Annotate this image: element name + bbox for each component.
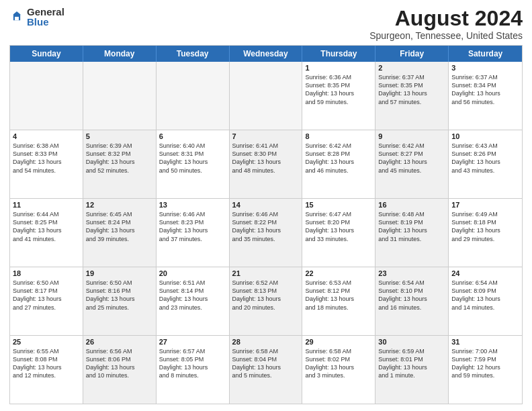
cell-info: Sunrise: 6:52 AM Sunset: 8:13 PM Dayligh… xyxy=(232,279,300,312)
cell-info: Sunrise: 6:43 AM Sunset: 8:26 PM Dayligh… xyxy=(451,142,519,175)
calendar-row: 4Sunrise: 6:38 AM Sunset: 8:33 PM Daylig… xyxy=(10,130,522,198)
calendar-cell: 29Sunrise: 6:58 AM Sunset: 8:02 PM Dayli… xyxy=(302,336,375,404)
day-number: 12 xyxy=(86,201,153,209)
location: Spurgeon, Tennessee, United States xyxy=(369,30,523,41)
calendar-cell: 11Sunrise: 6:44 AM Sunset: 8:25 PM Dayli… xyxy=(10,199,83,267)
day-number: 4 xyxy=(13,132,80,140)
calendar-cell: 19Sunrise: 6:50 AM Sunset: 8:16 PM Dayli… xyxy=(83,267,157,335)
calendar: SundayMondayTuesdayWednesdayThursdayFrid… xyxy=(9,45,523,404)
logo-blue: Blue xyxy=(27,17,64,27)
logo-icon xyxy=(9,9,24,24)
cell-info: Sunrise: 6:38 AM Sunset: 8:33 PM Dayligh… xyxy=(13,142,80,175)
day-number: 19 xyxy=(86,269,153,277)
calendar-cell: 4Sunrise: 6:38 AM Sunset: 8:33 PM Daylig… xyxy=(10,130,83,198)
cell-info: Sunrise: 6:57 AM Sunset: 8:05 PM Dayligh… xyxy=(159,347,226,380)
cell-info: Sunrise: 6:51 AM Sunset: 8:14 PM Dayligh… xyxy=(159,279,226,312)
logo: General Blue xyxy=(9,7,64,27)
day-number: 7 xyxy=(232,132,300,140)
calendar-header-cell: Friday xyxy=(375,46,449,62)
calendar-cell: 5Sunrise: 6:39 AM Sunset: 8:32 PM Daylig… xyxy=(83,130,157,198)
cell-info: Sunrise: 6:45 AM Sunset: 8:24 PM Dayligh… xyxy=(86,210,153,243)
day-number: 29 xyxy=(305,338,372,346)
day-number: 11 xyxy=(13,201,80,209)
calendar-cell: 1Sunrise: 6:36 AM Sunset: 8:35 PM Daylig… xyxy=(302,62,375,130)
day-number: 22 xyxy=(305,269,372,277)
calendar-body: 1Sunrise: 6:36 AM Sunset: 8:35 PM Daylig… xyxy=(10,62,522,404)
logo-general: General xyxy=(27,7,64,17)
day-number: 15 xyxy=(305,201,372,209)
calendar-cell: 16Sunrise: 6:48 AM Sunset: 8:19 PM Dayli… xyxy=(375,199,449,267)
day-number: 30 xyxy=(378,338,445,346)
day-number: 1 xyxy=(305,64,372,72)
calendar-cell: 15Sunrise: 6:47 AM Sunset: 8:20 PM Dayli… xyxy=(302,199,375,267)
cell-info: Sunrise: 6:46 AM Sunset: 8:23 PM Dayligh… xyxy=(159,210,226,243)
calendar-cell: 17Sunrise: 6:49 AM Sunset: 8:18 PM Dayli… xyxy=(449,199,522,267)
cell-info: Sunrise: 6:50 AM Sunset: 8:16 PM Dayligh… xyxy=(86,279,153,312)
calendar-cell: 2Sunrise: 6:37 AM Sunset: 8:35 PM Daylig… xyxy=(375,62,449,130)
cell-info: Sunrise: 6:39 AM Sunset: 8:32 PM Dayligh… xyxy=(86,142,153,175)
calendar-header-cell: Wednesday xyxy=(230,46,303,62)
calendar-header-cell: Monday xyxy=(83,46,157,62)
calendar-header-cell: Sunday xyxy=(10,46,83,62)
cell-info: Sunrise: 6:46 AM Sunset: 8:22 PM Dayligh… xyxy=(232,210,300,243)
calendar-header-cell: Saturday xyxy=(449,46,522,62)
calendar-header-cell: Tuesday xyxy=(157,46,230,62)
calendar-cell: 14Sunrise: 6:46 AM Sunset: 8:22 PM Dayli… xyxy=(230,199,303,267)
cell-info: Sunrise: 6:56 AM Sunset: 8:06 PM Dayligh… xyxy=(86,347,153,380)
day-number: 26 xyxy=(86,338,153,346)
cell-info: Sunrise: 6:37 AM Sunset: 8:35 PM Dayligh… xyxy=(378,73,445,106)
calendar-cell: 28Sunrise: 6:58 AM Sunset: 8:04 PM Dayli… xyxy=(230,336,303,404)
calendar-row: 11Sunrise: 6:44 AM Sunset: 8:25 PM Dayli… xyxy=(10,198,522,267)
calendar-cell: 20Sunrise: 6:51 AM Sunset: 8:14 PM Dayli… xyxy=(157,267,230,335)
calendar-cell: 9Sunrise: 6:42 AM Sunset: 8:27 PM Daylig… xyxy=(375,130,449,198)
cell-info: Sunrise: 6:58 AM Sunset: 8:04 PM Dayligh… xyxy=(232,347,300,380)
calendar-row: 1Sunrise: 6:36 AM Sunset: 8:35 PM Daylig… xyxy=(10,62,522,130)
title-block: August 2024 Spurgeon, Tennessee, United … xyxy=(369,7,523,41)
calendar-cell: 30Sunrise: 6:59 AM Sunset: 8:01 PM Dayli… xyxy=(375,336,449,404)
calendar-cell: 26Sunrise: 6:56 AM Sunset: 8:06 PM Dayli… xyxy=(83,336,157,404)
calendar-row: 18Sunrise: 6:50 AM Sunset: 8:17 PM Dayli… xyxy=(10,267,522,335)
calendar-cell: 8Sunrise: 6:42 AM Sunset: 8:28 PM Daylig… xyxy=(302,130,375,198)
calendar-cell xyxy=(157,62,230,130)
calendar-cell: 31Sunrise: 7:00 AM Sunset: 7:59 PM Dayli… xyxy=(449,336,522,404)
month-title: August 2024 xyxy=(369,7,523,30)
cell-info: Sunrise: 6:50 AM Sunset: 8:17 PM Dayligh… xyxy=(13,279,80,312)
cell-info: Sunrise: 6:59 AM Sunset: 8:01 PM Dayligh… xyxy=(378,347,445,380)
day-number: 20 xyxy=(159,269,226,277)
day-number: 14 xyxy=(232,201,300,209)
cell-info: Sunrise: 6:44 AM Sunset: 8:25 PM Dayligh… xyxy=(13,210,80,243)
calendar-cell: 24Sunrise: 6:54 AM Sunset: 8:09 PM Dayli… xyxy=(449,267,522,335)
calendar-row: 25Sunrise: 6:55 AM Sunset: 8:08 PM Dayli… xyxy=(10,335,522,404)
day-number: 31 xyxy=(451,338,519,346)
calendar-cell: 18Sunrise: 6:50 AM Sunset: 8:17 PM Dayli… xyxy=(10,267,83,335)
day-number: 24 xyxy=(451,269,519,277)
cell-info: Sunrise: 6:42 AM Sunset: 8:27 PM Dayligh… xyxy=(378,142,445,175)
cell-info: Sunrise: 6:36 AM Sunset: 8:35 PM Dayligh… xyxy=(305,73,372,106)
day-number: 17 xyxy=(451,201,519,209)
calendar-header-cell: Thursday xyxy=(302,46,375,62)
day-number: 18 xyxy=(13,269,80,277)
calendar-cell: 21Sunrise: 6:52 AM Sunset: 8:13 PM Dayli… xyxy=(230,267,303,335)
calendar-cell: 13Sunrise: 6:46 AM Sunset: 8:23 PM Dayli… xyxy=(157,199,230,267)
cell-info: Sunrise: 6:42 AM Sunset: 8:28 PM Dayligh… xyxy=(305,142,372,175)
calendar-cell xyxy=(10,62,83,130)
page: General Blue August 2024 Spurgeon, Tenne… xyxy=(0,0,532,411)
day-number: 5 xyxy=(86,132,153,140)
day-number: 8 xyxy=(305,132,372,140)
svg-rect-3 xyxy=(15,17,19,20)
calendar-cell: 10Sunrise: 6:43 AM Sunset: 8:26 PM Dayli… xyxy=(449,130,522,198)
cell-info: Sunrise: 6:58 AM Sunset: 8:02 PM Dayligh… xyxy=(305,347,372,380)
calendar-cell: 23Sunrise: 6:54 AM Sunset: 8:10 PM Dayli… xyxy=(375,267,449,335)
calendar-cell xyxy=(83,62,157,130)
calendar-header: SundayMondayTuesdayWednesdayThursdayFrid… xyxy=(10,46,522,62)
day-number: 13 xyxy=(159,201,226,209)
day-number: 27 xyxy=(159,338,226,346)
day-number: 3 xyxy=(451,64,519,72)
calendar-cell: 7Sunrise: 6:41 AM Sunset: 8:30 PM Daylig… xyxy=(230,130,303,198)
day-number: 25 xyxy=(13,338,80,346)
day-number: 23 xyxy=(378,269,445,277)
day-number: 6 xyxy=(159,132,226,140)
cell-info: Sunrise: 6:48 AM Sunset: 8:19 PM Dayligh… xyxy=(378,210,445,243)
logo-text: General Blue xyxy=(27,7,64,27)
day-number: 28 xyxy=(232,338,300,346)
